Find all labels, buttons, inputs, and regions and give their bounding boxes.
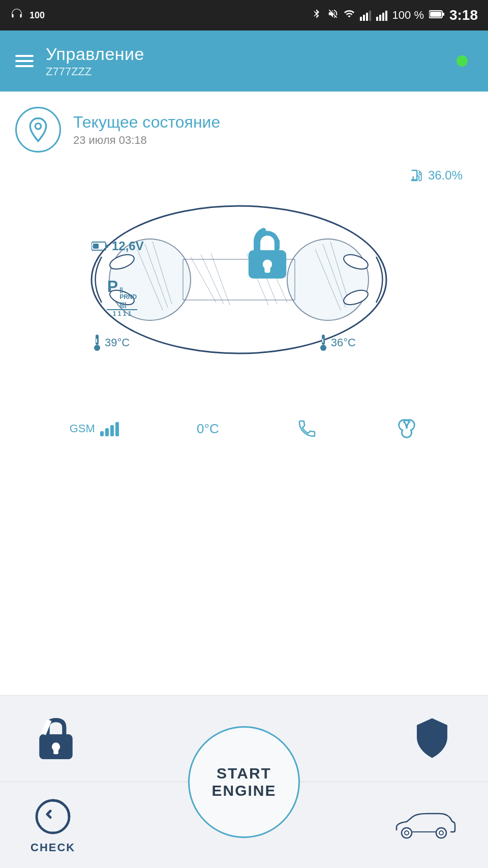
battery-voltage: 12,6V xyxy=(112,239,144,253)
unlock-button[interactable] xyxy=(30,716,81,762)
gsm-label: GSM xyxy=(70,422,95,435)
svg-rect-37 xyxy=(96,339,97,343)
temp-right-value: 36°C xyxy=(331,336,356,349)
status-icons-row: GSM 0°C xyxy=(0,407,488,451)
gear-indicator: P || PRND |||| 1 1 1 1 xyxy=(107,277,137,317)
app-header: Управление Z777ZZZ xyxy=(0,31,488,92)
check-button[interactable]: CHECK xyxy=(30,796,75,854)
bluetooth-icon xyxy=(311,8,322,22)
svg-point-39 xyxy=(320,345,326,351)
battery-icon xyxy=(429,9,444,22)
current-state-section: Текущее состояние 23 июля 03:18 xyxy=(0,92,488,158)
phone-status xyxy=(297,418,317,439)
battery-percent: 100 % xyxy=(392,9,424,22)
app-title: Управление xyxy=(46,44,144,64)
bottom-action-bar: START ENGINE xyxy=(0,695,488,868)
location-icon-circle xyxy=(15,107,61,153)
car-top-view: + 12,6V P || PRND |||| 1 1 1 1 xyxy=(61,178,427,392)
gsm-bars xyxy=(100,421,119,436)
svg-rect-32 xyxy=(275,239,280,250)
status-bar: 100 100 % xyxy=(0,0,488,31)
menu-button[interactable] xyxy=(15,55,34,67)
vehicle-id: Z777ZZZ xyxy=(46,65,144,78)
svg-point-49 xyxy=(439,831,443,835)
state-date: 23 июля 03:18 xyxy=(73,134,220,147)
svg-rect-2 xyxy=(430,12,441,17)
svg-point-47 xyxy=(405,831,409,835)
state-title: Текущее состояние xyxy=(73,113,220,132)
header-title-block: Управление Z777ZZZ xyxy=(46,44,144,78)
signal1-icon xyxy=(360,10,371,21)
battery-label: + 12,6V xyxy=(92,239,144,253)
start-engine-label-line1: START xyxy=(217,765,271,782)
mute-icon xyxy=(327,8,339,22)
start-engine-button[interactable]: START ENGINE xyxy=(188,726,300,838)
status-bar-left: 100 xyxy=(10,7,45,23)
car-diagram-section: 36.0% xyxy=(0,158,488,402)
svg-point-3 xyxy=(35,124,41,129)
state-text-block: Текущее состояние 23 июля 03:18 xyxy=(73,113,220,147)
temp-left: 39°C xyxy=(92,335,130,351)
svg-text:+: + xyxy=(92,243,95,249)
svg-point-36 xyxy=(94,345,100,351)
fan-status xyxy=(395,417,418,440)
temperature-status: 0°C xyxy=(197,421,219,437)
svg-rect-40 xyxy=(322,339,323,343)
svg-rect-44 xyxy=(53,748,58,754)
check-label: CHECK xyxy=(30,841,75,854)
svg-rect-1 xyxy=(443,13,444,16)
status-time: 3:18 xyxy=(449,7,478,23)
wifi-icon xyxy=(344,8,355,22)
car-silhouette-button[interactable] xyxy=(391,807,458,843)
start-engine-label-line2: ENGINE xyxy=(211,782,276,799)
svg-rect-34 xyxy=(264,266,270,273)
fuel-percent-value: 36.0% xyxy=(428,168,463,183)
battery-100-icon: 100 xyxy=(29,10,45,21)
headphone-icon xyxy=(10,7,23,23)
svg-rect-28 xyxy=(106,245,108,248)
temp-right: 36°C xyxy=(318,335,356,351)
ambient-temp: 0°C xyxy=(197,421,219,437)
signal2-icon xyxy=(376,10,387,21)
lock-icon xyxy=(237,224,298,292)
temp-left-value: 39°C xyxy=(105,336,130,349)
shield-button[interactable] xyxy=(407,716,458,762)
status-bar-right: 100 % 3:18 xyxy=(311,7,478,23)
gsm-status: GSM xyxy=(70,421,119,436)
connection-status-dot xyxy=(456,55,468,67)
